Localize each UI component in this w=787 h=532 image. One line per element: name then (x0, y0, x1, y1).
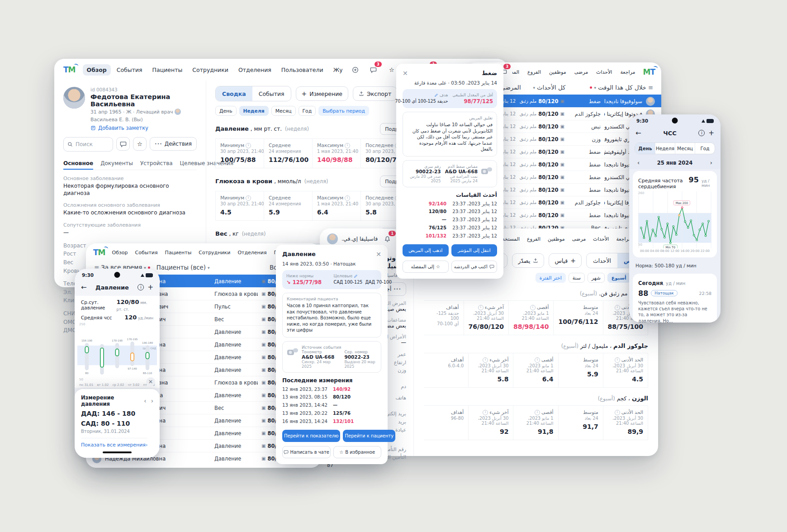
info-icon[interactable]: i (483, 357, 488, 363)
nav-item[interactable]: موظفين (546, 67, 569, 77)
nav-item[interactable]: المستخدمين (512, 67, 522, 77)
nav-item[interactable]: موظفين (545, 234, 568, 244)
nav-item[interactable]: الفروع (524, 234, 544, 244)
period-chip[interactable]: Год (299, 106, 316, 116)
write-chat-button[interactable]: اكتب في الدردشة (451, 261, 498, 273)
nav-item[interactable]: Отделения (234, 64, 275, 76)
edit-icon[interactable] (354, 274, 358, 278)
bell-icon[interactable]: 1 (381, 233, 393, 245)
patient-tab[interactable]: Документы (100, 157, 133, 170)
chat-button[interactable] (116, 137, 130, 151)
goto-indicator-button[interactable]: Перейти к показателю (282, 430, 340, 442)
goto-patient-button[interactable]: اذهب إلى المريض (403, 244, 449, 256)
add-icon[interactable]: + (708, 129, 714, 137)
info-icon[interactable]: i (246, 195, 251, 201)
tm-logo[interactable]: ТМ (643, 67, 655, 76)
add-icon[interactable] (350, 64, 360, 76)
period-tab[interactable]: Год (695, 143, 715, 154)
nav-item[interactable]: Пациенты (162, 248, 195, 257)
nav-item[interactable]: Пользователи (277, 64, 327, 76)
nav-item[interactable]: مرضى (571, 67, 591, 77)
nav-item[interactable]: Сотрудники (188, 64, 232, 76)
close-icon[interactable]: ✕ (146, 377, 155, 386)
patient-tab[interactable]: Основное (63, 157, 93, 170)
nav-item[interactable]: الأحداث (590, 234, 612, 244)
info-icon[interactable]: i (478, 305, 484, 310)
close-icon[interactable]: ✕ (376, 251, 381, 257)
info-icon[interactable]: i (535, 410, 540, 415)
favorite-button[interactable]: ☆ (133, 137, 147, 151)
nav-item[interactable]: Журнал (329, 64, 343, 76)
nav-item[interactable]: Обзор (83, 64, 111, 76)
home-indicator[interactable] (103, 451, 132, 453)
favorite-button[interactable]: ☆ إلى المفضلة (403, 261, 449, 273)
nav-item[interactable]: События (113, 64, 147, 76)
nav-item[interactable]: الفروع (524, 67, 544, 77)
nav-item[interactable]: Сотрудники (195, 248, 233, 257)
measurement-icon: ▣ (560, 162, 564, 167)
profile-avatar[interactable] (327, 233, 338, 244)
goto-indicator-button[interactable]: انتقل إلى المؤشر (451, 244, 498, 256)
period-chip[interactable]: اختر الفترة (536, 273, 566, 283)
write-chat-button[interactable]: Написать в чате (282, 446, 331, 458)
summary-tab[interactable]: Сводка (216, 86, 252, 101)
nav-item[interactable]: Отделения (234, 248, 270, 257)
info-icon[interactable]: i (246, 143, 251, 148)
nav-item[interactable]: مراجعة (617, 67, 638, 77)
period-chip[interactable]: День (215, 106, 237, 116)
nav-item[interactable]: الأحداث (593, 67, 615, 77)
info-icon[interactable]: i (615, 357, 620, 363)
tm-logo[interactable]: ТМ (63, 65, 76, 74)
period-chip[interactable]: Месяц (271, 106, 296, 116)
nav-item[interactable]: Обзор (109, 248, 131, 257)
info-icon[interactable]: i (530, 305, 536, 310)
export-button[interactable]: Экспорт (353, 86, 397, 101)
info-icon[interactable]: i (698, 130, 705, 136)
chat-icon[interactable]: 3 (368, 64, 379, 76)
summary-tab[interactable]: الأحداث (587, 253, 617, 268)
info-icon[interactable]: i (137, 284, 144, 290)
edit-icon[interactable] (434, 93, 438, 97)
nav-item[interactable]: События (132, 248, 161, 257)
actions-button[interactable]: ···Действия (150, 137, 197, 151)
add-measurement-button[interactable]: +قياس (549, 253, 582, 268)
nav-item[interactable]: Пациенты (148, 64, 187, 76)
back-icon[interactable]: ← (635, 129, 641, 137)
export-button[interactable]: يصدّر (512, 253, 544, 268)
back-icon[interactable]: ← (81, 283, 87, 291)
info-icon[interactable]: i (615, 410, 620, 415)
favorite-button[interactable]: ☆ В избранное (333, 446, 382, 458)
prev-icon[interactable]: ‹ (144, 398, 146, 404)
nav-item[interactable]: مرضى (569, 234, 589, 244)
star-icon[interactable]: ☆ (386, 64, 397, 76)
filter-events[interactable]: كل الأحداث▾ (533, 84, 565, 91)
filter-time[interactable]: ≡خلال كل هذا الوقت▾ (590, 84, 653, 91)
period-chip[interactable]: Неделя (239, 106, 269, 116)
period-chip[interactable]: Выбрать период (318, 106, 369, 116)
patient-tab[interactable]: Устройства (140, 157, 173, 170)
period-chip[interactable]: سنة (569, 273, 585, 283)
search-input[interactable]: Поиск (63, 137, 113, 152)
summary-tab[interactable]: События (252, 86, 291, 101)
info-icon[interactable]: i (483, 410, 488, 415)
measurement-icon: ▣ (261, 418, 265, 423)
period-chip[interactable]: أسبوع (607, 273, 631, 283)
info-icon[interactable]: i (345, 143, 350, 148)
info-icon[interactable]: i (615, 305, 620, 310)
add-icon[interactable]: + (147, 283, 153, 291)
add-measurement-button[interactable]: +Измерение (296, 86, 348, 101)
period-chip[interactable]: شهر (588, 273, 605, 283)
period-tab[interactable]: Неделя (655, 143, 675, 154)
show-all-link[interactable]: Показать все измерения› (81, 438, 147, 448)
info-icon[interactable]: i (535, 357, 540, 363)
period-tab[interactable]: Месяц (675, 143, 695, 154)
tm-logo[interactable]: ТМ (93, 248, 105, 257)
goto-patient-button[interactable]: Перейти к пациенту (343, 430, 395, 442)
info-icon[interactable]: i (345, 195, 350, 201)
add-note-button[interactable]: Добавить заметку (90, 125, 148, 131)
period-tab[interactable]: День (635, 143, 655, 154)
filter-patients[interactable]: Пациенты (все)▾ (156, 264, 210, 271)
close-icon[interactable]: ✕ (403, 70, 408, 76)
next-icon[interactable]: › (710, 159, 712, 166)
next-icon[interactable]: › (151, 398, 153, 404)
